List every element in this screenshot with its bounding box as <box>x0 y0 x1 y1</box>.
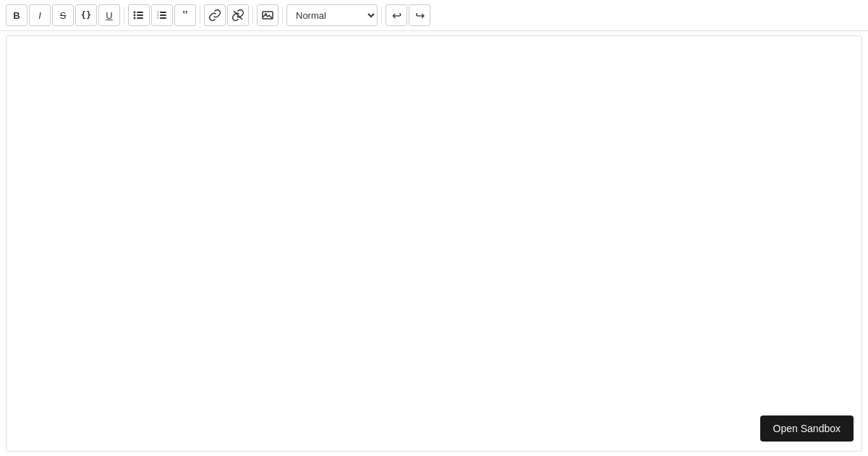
svg-rect-0 <box>137 12 143 13</box>
svg-rect-7 <box>160 14 166 16</box>
svg-text:3: 3 <box>157 16 159 20</box>
toolbar-divider-5 <box>381 7 382 24</box>
image-icon <box>262 9 273 21</box>
toolbar-divider-1 <box>124 7 124 24</box>
toolbar-divider-2 <box>200 7 200 24</box>
ordered-list-icon: 1 2 3 <box>156 9 168 21</box>
image-button[interactable] <box>257 4 278 26</box>
undo-button[interactable]: ↩ <box>386 4 407 26</box>
svg-point-4 <box>134 14 136 17</box>
ordered-list-button[interactable]: 1 2 3 <box>151 4 173 26</box>
svg-point-5 <box>134 17 136 20</box>
svg-rect-2 <box>137 17 143 19</box>
blockquote-button[interactable]: " <box>174 4 196 26</box>
unordered-list-icon <box>133 9 145 21</box>
svg-rect-6 <box>160 12 166 13</box>
redo-button[interactable]: ↪ <box>409 4 430 26</box>
code-button[interactable]: {} <box>75 4 97 26</box>
toolbar-divider-4 <box>282 7 283 24</box>
unlink-button[interactable] <box>227 4 249 26</box>
bold-button[interactable]: B <box>6 4 27 26</box>
underline-button[interactable]: U <box>98 4 120 26</box>
toolbar: B I S {} U 1 2 3 " <box>0 0 868 31</box>
svg-rect-8 <box>160 17 166 19</box>
unlink-icon <box>232 9 244 21</box>
strikethrough-button[interactable]: S <box>52 4 74 26</box>
link-icon <box>209 9 221 21</box>
svg-point-3 <box>134 12 136 14</box>
unordered-list-button[interactable] <box>128 4 150 26</box>
svg-rect-1 <box>137 14 143 16</box>
svg-line-12 <box>234 11 242 20</box>
italic-button[interactable]: I <box>29 4 51 26</box>
editor-container: B I S {} U 1 2 3 " <box>0 0 868 456</box>
open-sandbox-button[interactable]: Open Sandbox <box>760 415 854 442</box>
toolbar-divider-3 <box>252 7 253 24</box>
undo-redo-group: ↩ ↪ <box>386 4 430 26</box>
editor-content[interactable] <box>6 35 862 452</box>
format-select[interactable]: Normal Heading 1 Heading 2 Heading 3 Hea… <box>286 4 378 26</box>
link-button[interactable] <box>204 4 226 26</box>
